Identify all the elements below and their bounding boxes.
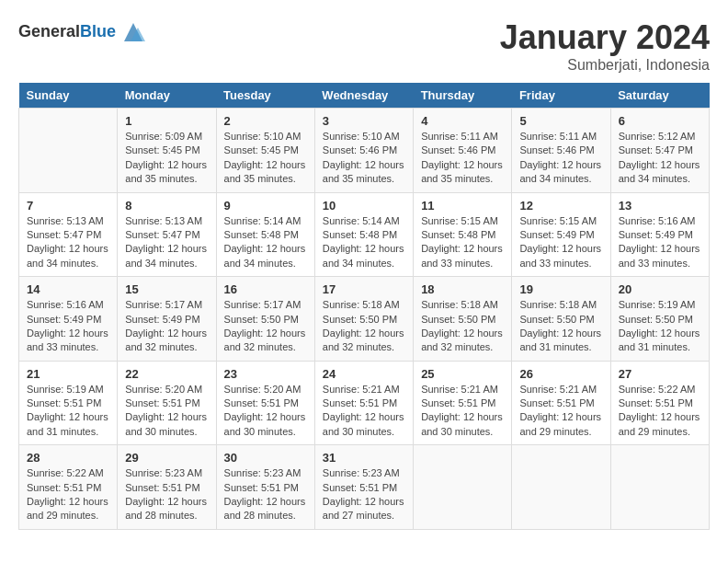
logo-icon xyxy=(119,18,147,46)
day-info: Sunrise: 5:11 AM Sunset: 5:46 PM Dayligh… xyxy=(519,130,602,187)
calendar-week-row: 7Sunrise: 5:13 AM Sunset: 5:47 PM Daylig… xyxy=(19,192,710,277)
day-number: 19 xyxy=(519,282,602,296)
calendar-week-row: 21Sunrise: 5:19 AM Sunset: 5:51 PM Dayli… xyxy=(19,361,710,445)
calendar-cell: 28Sunrise: 5:22 AM Sunset: 5:51 PM Dayli… xyxy=(19,445,118,530)
calendar-week-row: 28Sunrise: 5:22 AM Sunset: 5:51 PM Dayli… xyxy=(19,445,710,530)
day-number: 3 xyxy=(323,114,405,128)
day-info: Sunrise: 5:10 AM Sunset: 5:46 PM Dayligh… xyxy=(323,130,405,187)
calendar-cell: 12Sunrise: 5:15 AM Sunset: 5:49 PM Dayli… xyxy=(512,192,610,277)
calendar-cell: 13Sunrise: 5:16 AM Sunset: 5:49 PM Dayli… xyxy=(610,192,709,277)
calendar-cell: 22Sunrise: 5:20 AM Sunset: 5:51 PM Dayli… xyxy=(118,361,216,445)
calendar-cell: 8Sunrise: 5:13 AM Sunset: 5:47 PM Daylig… xyxy=(118,192,216,277)
calendar-cell: 14Sunrise: 5:16 AM Sunset: 5:49 PM Dayli… xyxy=(19,277,118,362)
calendar-cell: 4Sunrise: 5:11 AM Sunset: 5:46 PM Daylig… xyxy=(414,109,512,193)
calendar-header-thursday: Thursday xyxy=(414,83,512,109)
day-number: 20 xyxy=(619,282,701,296)
day-info: Sunrise: 5:20 AM Sunset: 5:51 PM Dayligh… xyxy=(125,383,208,440)
logo-general: GeneralBlue xyxy=(18,23,116,41)
day-info: Sunrise: 5:21 AM Sunset: 5:51 PM Dayligh… xyxy=(323,383,405,440)
day-info: Sunrise: 5:18 AM Sunset: 5:50 PM Dayligh… xyxy=(519,298,602,355)
calendar-header-monday: Monday xyxy=(118,83,216,109)
day-info: Sunrise: 5:23 AM Sunset: 5:51 PM Dayligh… xyxy=(323,466,405,523)
day-number: 11 xyxy=(421,199,504,213)
calendar-table: SundayMondayTuesdayWednesdayThursdayFrid… xyxy=(18,83,710,530)
day-number: 17 xyxy=(323,282,405,296)
day-number: 7 xyxy=(27,199,109,213)
day-info: Sunrise: 5:17 AM Sunset: 5:49 PM Dayligh… xyxy=(125,298,208,355)
calendar-week-row: 1Sunrise: 5:09 AM Sunset: 5:45 PM Daylig… xyxy=(19,109,710,193)
calendar-header-row: SundayMondayTuesdayWednesdayThursdayFrid… xyxy=(19,83,710,109)
calendar-cell xyxy=(512,445,610,530)
day-number: 13 xyxy=(619,199,701,213)
calendar-cell: 9Sunrise: 5:14 AM Sunset: 5:48 PM Daylig… xyxy=(216,192,314,277)
calendar-cell: 25Sunrise: 5:21 AM Sunset: 5:51 PM Dayli… xyxy=(414,361,512,445)
calendar-cell xyxy=(610,445,709,530)
calendar-week-row: 14Sunrise: 5:16 AM Sunset: 5:49 PM Dayli… xyxy=(19,277,710,362)
day-info: Sunrise: 5:10 AM Sunset: 5:45 PM Dayligh… xyxy=(224,130,307,187)
calendar-header-sunday: Sunday xyxy=(19,83,118,109)
day-info: Sunrise: 5:18 AM Sunset: 5:50 PM Dayligh… xyxy=(421,298,504,355)
day-info: Sunrise: 5:18 AM Sunset: 5:50 PM Dayligh… xyxy=(323,298,405,355)
day-info: Sunrise: 5:16 AM Sunset: 5:49 PM Dayligh… xyxy=(27,298,109,355)
day-number: 28 xyxy=(27,451,109,465)
calendar-cell: 24Sunrise: 5:21 AM Sunset: 5:51 PM Dayli… xyxy=(314,361,413,445)
day-info: Sunrise: 5:20 AM Sunset: 5:51 PM Dayligh… xyxy=(224,383,307,440)
day-info: Sunrise: 5:17 AM Sunset: 5:50 PM Dayligh… xyxy=(224,298,307,355)
day-number: 8 xyxy=(125,199,208,213)
calendar-cell: 20Sunrise: 5:19 AM Sunset: 5:50 PM Dayli… xyxy=(610,277,709,362)
calendar-body: 1Sunrise: 5:09 AM Sunset: 5:45 PM Daylig… xyxy=(19,109,710,530)
day-info: Sunrise: 5:21 AM Sunset: 5:51 PM Dayligh… xyxy=(421,383,504,440)
calendar-cell: 10Sunrise: 5:14 AM Sunset: 5:48 PM Dayli… xyxy=(314,192,413,277)
calendar-cell: 18Sunrise: 5:18 AM Sunset: 5:50 PM Dayli… xyxy=(414,277,512,362)
day-number: 31 xyxy=(323,451,405,465)
day-info: Sunrise: 5:15 AM Sunset: 5:49 PM Dayligh… xyxy=(519,214,602,271)
day-number: 1 xyxy=(125,114,208,128)
day-number: 30 xyxy=(224,451,307,465)
calendar-cell: 5Sunrise: 5:11 AM Sunset: 5:46 PM Daylig… xyxy=(512,109,610,193)
title-block: January 2024 Sumberjati, Indonesia xyxy=(500,18,710,74)
day-number: 18 xyxy=(421,282,504,296)
day-info: Sunrise: 5:19 AM Sunset: 5:51 PM Dayligh… xyxy=(27,383,109,440)
day-number: 23 xyxy=(224,367,307,381)
day-number: 12 xyxy=(519,199,602,213)
day-number: 6 xyxy=(619,114,701,128)
calendar-header-friday: Friday xyxy=(512,83,610,109)
day-number: 22 xyxy=(125,367,208,381)
calendar-cell: 30Sunrise: 5:23 AM Sunset: 5:51 PM Dayli… xyxy=(216,445,314,530)
day-info: Sunrise: 5:15 AM Sunset: 5:48 PM Dayligh… xyxy=(421,214,504,271)
day-number: 10 xyxy=(323,199,405,213)
day-info: Sunrise: 5:23 AM Sunset: 5:51 PM Dayligh… xyxy=(224,466,307,523)
calendar-cell xyxy=(19,109,118,193)
day-number: 16 xyxy=(224,282,307,296)
day-number: 24 xyxy=(323,367,405,381)
day-number: 14 xyxy=(27,282,109,296)
day-info: Sunrise: 5:14 AM Sunset: 5:48 PM Dayligh… xyxy=(323,214,405,271)
day-info: Sunrise: 5:23 AM Sunset: 5:51 PM Dayligh… xyxy=(125,466,208,523)
calendar-cell: 16Sunrise: 5:17 AM Sunset: 5:50 PM Dayli… xyxy=(216,277,314,362)
calendar-cell xyxy=(414,445,512,530)
day-info: Sunrise: 5:14 AM Sunset: 5:48 PM Dayligh… xyxy=(224,214,307,271)
calendar-header-tuesday: Tuesday xyxy=(216,83,314,109)
month-title: January 2024 xyxy=(500,18,710,57)
calendar-cell: 15Sunrise: 5:17 AM Sunset: 5:49 PM Dayli… xyxy=(118,277,216,362)
calendar-cell: 29Sunrise: 5:23 AM Sunset: 5:51 PM Dayli… xyxy=(118,445,216,530)
day-number: 21 xyxy=(27,367,109,381)
calendar-cell: 17Sunrise: 5:18 AM Sunset: 5:50 PM Dayli… xyxy=(314,277,413,362)
calendar-cell: 3Sunrise: 5:10 AM Sunset: 5:46 PM Daylig… xyxy=(314,109,413,193)
day-info: Sunrise: 5:22 AM Sunset: 5:51 PM Dayligh… xyxy=(619,383,701,440)
day-info: Sunrise: 5:19 AM Sunset: 5:50 PM Dayligh… xyxy=(619,298,701,355)
day-number: 26 xyxy=(519,367,602,381)
day-number: 2 xyxy=(224,114,307,128)
calendar-cell: 11Sunrise: 5:15 AM Sunset: 5:48 PM Dayli… xyxy=(414,192,512,277)
calendar-cell: 7Sunrise: 5:13 AM Sunset: 5:47 PM Daylig… xyxy=(19,192,118,277)
calendar-cell: 2Sunrise: 5:10 AM Sunset: 5:45 PM Daylig… xyxy=(216,109,314,193)
subtitle: Sumberjati, Indonesia xyxy=(500,57,710,74)
page-header: GeneralBlue January 2024 Sumberjati, Ind… xyxy=(18,18,710,74)
calendar-cell: 26Sunrise: 5:21 AM Sunset: 5:51 PM Dayli… xyxy=(512,361,610,445)
calendar-cell: 19Sunrise: 5:18 AM Sunset: 5:50 PM Dayli… xyxy=(512,277,610,362)
day-number: 5 xyxy=(519,114,602,128)
day-info: Sunrise: 5:21 AM Sunset: 5:51 PM Dayligh… xyxy=(519,383,602,440)
calendar-header-saturday: Saturday xyxy=(610,83,709,109)
day-info: Sunrise: 5:09 AM Sunset: 5:45 PM Dayligh… xyxy=(125,130,208,187)
day-info: Sunrise: 5:22 AM Sunset: 5:51 PM Dayligh… xyxy=(27,466,109,523)
